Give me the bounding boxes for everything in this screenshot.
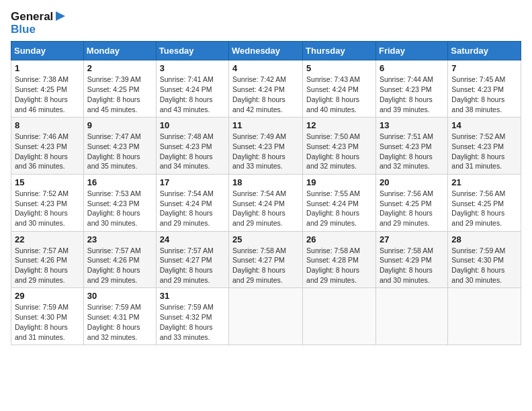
day-detail: Sunrise: 7:39 AMSunset: 4:25 PMDaylight:… (87, 75, 152, 114)
calendar-cell: 31Sunrise: 7:59 AMSunset: 4:32 PMDayligh… (156, 288, 228, 345)
column-header-tuesday: Tuesday (156, 42, 228, 60)
day-detail: Sunrise: 7:48 AMSunset: 4:23 PMDaylight:… (160, 132, 225, 171)
day-detail: Sunrise: 7:57 AMSunset: 4:27 PMDaylight:… (160, 246, 225, 285)
day-number: 16 (87, 177, 152, 187)
calendar-cell: 25Sunrise: 7:58 AMSunset: 4:27 PMDayligh… (229, 231, 303, 288)
day-number: 24 (160, 234, 225, 244)
day-detail: Sunrise: 7:59 AMSunset: 4:30 PMDaylight:… (15, 302, 80, 342)
day-number: 22 (15, 234, 80, 244)
day-number: 31 (160, 291, 225, 301)
logo: General Blue (11, 11, 66, 36)
day-number: 23 (87, 234, 152, 244)
column-header-sunday: Sunday (11, 42, 84, 60)
calendar-cell: 28Sunrise: 7:59 AMSunset: 4:30 PMDayligh… (448, 231, 521, 288)
day-detail: Sunrise: 7:51 AMSunset: 4:23 PMDaylight:… (380, 132, 444, 171)
calendar-cell: 22Sunrise: 7:57 AMSunset: 4:26 PMDayligh… (11, 231, 84, 288)
calendar-cell: 4Sunrise: 7:42 AMSunset: 4:24 PMDaylight… (229, 60, 303, 118)
calendar-cell: 6Sunrise: 7:44 AMSunset: 4:23 PMDaylight… (375, 60, 447, 118)
day-number: 30 (87, 291, 152, 301)
day-detail: Sunrise: 7:58 AMSunset: 4:27 PMDaylight:… (232, 246, 299, 285)
svg-marker-0 (56, 11, 65, 21)
calendar-cell: 5Sunrise: 7:43 AMSunset: 4:24 PMDaylight… (303, 60, 376, 118)
day-detail: Sunrise: 7:54 AMSunset: 4:24 PMDaylight:… (232, 189, 299, 228)
calendar-cell: 23Sunrise: 7:57 AMSunset: 4:26 PMDayligh… (83, 231, 156, 288)
calendar-cell (229, 288, 303, 345)
calendar-cell: 29Sunrise: 7:59 AMSunset: 4:30 PMDayligh… (11, 288, 84, 345)
calendar-cell: 15Sunrise: 7:52 AMSunset: 4:23 PMDayligh… (11, 174, 84, 231)
day-detail: Sunrise: 7:52 AMSunset: 4:23 PMDaylight:… (15, 189, 80, 228)
calendar-cell: 17Sunrise: 7:54 AMSunset: 4:24 PMDayligh… (156, 174, 228, 231)
column-header-saturday: Saturday (448, 42, 521, 60)
logo: General Blue (11, 11, 66, 36)
calendar-cell: 27Sunrise: 7:58 AMSunset: 4:29 PMDayligh… (375, 231, 447, 288)
calendar-cell: 30Sunrise: 7:59 AMSunset: 4:31 PMDayligh… (83, 288, 156, 345)
logo-blue: Blue (11, 23, 36, 36)
column-header-monday: Monday (83, 42, 156, 60)
day-number: 1 (15, 63, 80, 73)
day-number: 7 (451, 63, 517, 73)
day-number: 3 (160, 63, 225, 73)
calendar-row: 15Sunrise: 7:52 AMSunset: 4:23 PMDayligh… (11, 174, 521, 231)
calendar-cell (375, 288, 447, 345)
day-number: 11 (232, 120, 299, 130)
calendar-cell: 13Sunrise: 7:51 AMSunset: 4:23 PMDayligh… (375, 118, 447, 175)
calendar-cell: 12Sunrise: 7:50 AMSunset: 4:23 PMDayligh… (303, 118, 376, 175)
calendar-cell: 11Sunrise: 7:49 AMSunset: 4:23 PMDayligh… (229, 118, 303, 175)
day-detail: Sunrise: 7:58 AMSunset: 4:29 PMDaylight:… (380, 246, 444, 285)
day-detail: Sunrise: 7:50 AMSunset: 4:23 PMDaylight:… (306, 132, 372, 171)
day-number: 15 (15, 177, 80, 187)
calendar-cell: 14Sunrise: 7:52 AMSunset: 4:23 PMDayligh… (448, 118, 521, 175)
column-header-thursday: Thursday (303, 42, 376, 60)
day-number: 18 (232, 177, 299, 187)
day-detail: Sunrise: 7:47 AMSunset: 4:23 PMDaylight:… (87, 132, 152, 171)
calendar-cell: 16Sunrise: 7:53 AMSunset: 4:23 PMDayligh… (83, 174, 156, 231)
day-number: 12 (306, 120, 372, 130)
calendar-cell: 7Sunrise: 7:45 AMSunset: 4:23 PMDaylight… (448, 60, 521, 118)
day-number: 5 (306, 63, 372, 73)
day-detail: Sunrise: 7:38 AMSunset: 4:25 PMDaylight:… (15, 75, 80, 114)
day-number: 25 (232, 234, 299, 244)
calendar-cell (448, 288, 521, 345)
day-number: 27 (380, 234, 444, 244)
calendar-row: 22Sunrise: 7:57 AMSunset: 4:26 PMDayligh… (11, 231, 521, 288)
day-number: 4 (232, 63, 299, 73)
day-detail: Sunrise: 7:59 AMSunset: 4:30 PMDaylight:… (451, 246, 517, 285)
day-number: 20 (380, 177, 444, 187)
day-detail: Sunrise: 7:45 AMSunset: 4:23 PMDaylight:… (451, 75, 517, 114)
calendar-row: 8Sunrise: 7:46 AMSunset: 4:23 PMDaylight… (11, 118, 521, 175)
day-number: 6 (380, 63, 444, 73)
calendar-table: SundayMondayTuesdayWednesdayThursdayFrid… (11, 41, 521, 345)
calendar-cell (303, 288, 376, 345)
column-header-friday: Friday (375, 42, 447, 60)
day-detail: Sunrise: 7:49 AMSunset: 4:23 PMDaylight:… (232, 132, 299, 171)
day-detail: Sunrise: 7:58 AMSunset: 4:28 PMDaylight:… (306, 246, 372, 285)
day-number: 8 (15, 120, 80, 130)
day-number: 29 (15, 291, 80, 301)
calendar-row: 29Sunrise: 7:59 AMSunset: 4:30 PMDayligh… (11, 288, 521, 345)
day-number: 10 (160, 120, 225, 130)
calendar-cell: 1Sunrise: 7:38 AMSunset: 4:25 PMDaylight… (11, 60, 84, 118)
day-detail: Sunrise: 7:56 AMSunset: 4:25 PMDaylight:… (451, 189, 517, 228)
day-number: 9 (87, 120, 152, 130)
calendar-cell: 3Sunrise: 7:41 AMSunset: 4:24 PMDaylight… (156, 60, 228, 118)
day-number: 13 (380, 120, 444, 130)
calendar-cell: 18Sunrise: 7:54 AMSunset: 4:24 PMDayligh… (229, 174, 303, 231)
day-number: 17 (160, 177, 225, 187)
logo-general: General (11, 10, 53, 23)
day-number: 19 (306, 177, 372, 187)
day-detail: Sunrise: 7:41 AMSunset: 4:24 PMDaylight:… (160, 75, 225, 114)
calendar-cell: 24Sunrise: 7:57 AMSunset: 4:27 PMDayligh… (156, 231, 228, 288)
day-detail: Sunrise: 7:59 AMSunset: 4:31 PMDaylight:… (87, 302, 152, 342)
day-detail: Sunrise: 7:42 AMSunset: 4:24 PMDaylight:… (232, 75, 299, 114)
calendar-cell: 8Sunrise: 7:46 AMSunset: 4:23 PMDaylight… (11, 118, 84, 175)
day-number: 14 (451, 120, 517, 130)
day-detail: Sunrise: 7:54 AMSunset: 4:24 PMDaylight:… (160, 189, 225, 228)
calendar-cell: 26Sunrise: 7:58 AMSunset: 4:28 PMDayligh… (303, 231, 376, 288)
day-detail: Sunrise: 7:56 AMSunset: 4:25 PMDaylight:… (380, 189, 444, 228)
calendar-header-row: SundayMondayTuesdayWednesdayThursdayFrid… (11, 42, 521, 60)
day-detail: Sunrise: 7:55 AMSunset: 4:24 PMDaylight:… (306, 189, 372, 228)
day-detail: Sunrise: 7:52 AMSunset: 4:23 PMDaylight:… (451, 132, 517, 171)
logo-flag-icon (54, 11, 66, 24)
day-number: 21 (451, 177, 517, 187)
day-number: 2 (87, 63, 152, 73)
